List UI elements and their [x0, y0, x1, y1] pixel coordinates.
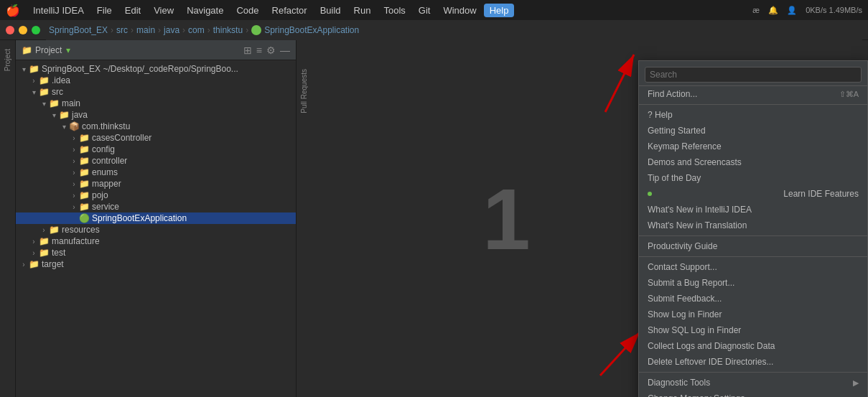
menu-intellij[interactable]: IntelliJ IDEA — [27, 4, 90, 17]
menu-file[interactable]: File — [91, 4, 118, 17]
menu-item-delete-leftover[interactable]: Delete Leftover IDE Directories... — [639, 354, 867, 370]
menu-view[interactable]: View — [148, 4, 179, 17]
diagnostic-tools-arrow: ▶ — [853, 378, 859, 388]
folder-icon: 📁 — [22, 45, 32, 55]
tree-enums-label: enums — [92, 167, 118, 177]
tree-target[interactable]: › 📁 target — [16, 258, 296, 270]
close-button[interactable] — [6, 26, 14, 34]
tree-idea[interactable]: › 📁 .idea — [16, 75, 296, 86]
project-side-strip: Project — [0, 40, 16, 397]
tree-service[interactable]: › 📁 service — [16, 201, 296, 212]
src-arrow: ▾ — [29, 88, 39, 96]
tree-test[interactable]: › 📁 test — [16, 247, 296, 258]
tree-manufacture-label: manufacture — [52, 236, 100, 246]
pull-requests-label[interactable]: Pull Requests — [300, 69, 308, 113]
menu-item-keymap[interactable]: Keymap Reference — [639, 139, 867, 154]
menu-item-find-action[interactable]: Find Action... ⇧⌘A — [639, 86, 867, 102]
menu-item-demos[interactable]: Demos and Screencasts — [639, 154, 867, 170]
tree-test-label: test — [52, 248, 65, 258]
tree-cases-label: casesController — [92, 133, 151, 143]
tree-thinkstu-label: com.thinkstu — [82, 121, 130, 131]
tree-com-thinkstu[interactable]: ▾ 📦 com.thinkstu — [16, 121, 296, 132]
tree-enums[interactable]: › 📁 enums — [16, 167, 296, 178]
close-panel-icon[interactable]: — — [280, 45, 290, 56]
controller-arrow: › — [69, 157, 79, 165]
service-arrow: › — [69, 203, 79, 211]
breadcrumb-springboot-ex[interactable]: SpringBoot_EX — [49, 25, 108, 35]
tree-java[interactable]: ▾ 📁 java — [16, 109, 296, 121]
scope-icon[interactable]: ⊞ — [243, 45, 252, 56]
menu-refactor[interactable]: Refactor — [266, 4, 313, 17]
menu-navigate[interactable]: Navigate — [181, 4, 229, 17]
breadcrumb-java[interactable]: java — [164, 25, 179, 35]
menu-item-learn-ide[interactable]: Learn IDE Features — [639, 186, 867, 202]
tree-main-label: main — [62, 98, 80, 108]
apple-menu[interactable]: 🍎 — [6, 4, 20, 17]
tree-service-label: service — [92, 202, 119, 212]
tree-mapper[interactable]: › 📁 mapper — [16, 178, 296, 190]
menu-item-submit-bug[interactable]: Submit a Bug Report... — [639, 275, 867, 291]
editor-area: 1 Fin — [312, 40, 868, 397]
tree-root[interactable]: ▾ 📁 SpringBoot_EX ~/Desktop/_codeRepo/Sp… — [16, 63, 296, 75]
tree-pojo-label: pojo — [92, 190, 108, 200]
tree-resources[interactable]: › 📁 resources — [16, 224, 296, 235]
root-arrow: ▾ — [19, 65, 29, 73]
menu-item-show-log[interactable]: Show Log in Finder — [639, 307, 867, 322]
menu-item-whats-new-intellij[interactable]: What's New in IntelliJ IDEA — [639, 202, 867, 218]
red-arrow-top — [562, 47, 648, 119]
main-content: Project 📁 Project ▾ ⊞ ≡ ⚙ — ▾ 📁 SpringBo… — [0, 40, 868, 397]
menu-edit[interactable]: Edit — [119, 4, 146, 17]
menu-git[interactable]: Git — [413, 4, 437, 17]
tree-controller[interactable]: › 📁 controller — [16, 155, 296, 167]
menu-item-show-sql-log[interactable]: Show SQL Log in Finder — [639, 322, 867, 338]
test-folder-icon: 📁 — [39, 248, 50, 258]
app-file-icon: 🟢 — [79, 213, 90, 223]
tree-pojo[interactable]: › 📁 pojo — [16, 190, 296, 201]
gear-icon[interactable]: ⚙ — [266, 45, 276, 56]
tree-src[interactable]: ▾ 📁 src — [16, 86, 296, 98]
menu-item-submit-feedback[interactable]: Submit Feedback... — [639, 291, 867, 307]
pojo-arrow: › — [69, 192, 79, 200]
minimize-button[interactable] — [19, 26, 27, 34]
breadcrumb-main[interactable]: main — [136, 25, 155, 35]
menu-item-diagnostic-tools[interactable]: Diagnostic Tools ▶ — [639, 375, 867, 391]
mapper-folder-icon: 📁 — [79, 179, 90, 189]
menu-item-collect-logs[interactable]: Collect Logs and Diagnostic Data — [639, 338, 867, 354]
menu-item-getting-started[interactable]: Getting Started — [639, 123, 867, 139]
breadcrumb-thinkstu[interactable]: thinkstu — [213, 25, 243, 35]
tree-java-label: java — [72, 110, 88, 120]
menu-build[interactable]: Build — [314, 4, 347, 17]
tree-config[interactable]: › 📁 config — [16, 144, 296, 155]
menu-item-tip[interactable]: Tip of the Day — [639, 170, 867, 186]
menu-item-help[interactable]: ? Help — [639, 107, 867, 123]
menu-tools[interactable]: Tools — [378, 4, 411, 17]
tree-main[interactable]: ▾ 📁 main — [16, 98, 296, 109]
breadcrumb-src[interactable]: src — [116, 25, 128, 35]
menu-window[interactable]: Window — [437, 4, 482, 17]
project-dropdown-icon[interactable]: ▾ — [66, 45, 70, 55]
enums-folder-icon: 📁 — [79, 167, 90, 177]
tree-idea-label: .idea — [52, 75, 70, 85]
menu-item-contact-support[interactable]: Contact Support... — [639, 259, 867, 275]
project-tab-label[interactable]: Project — [2, 43, 13, 77]
help-dropdown: Find Action... ⇧⌘A ? Help Getting Starte… — [638, 60, 868, 397]
maximize-button[interactable] — [32, 26, 40, 34]
menu-item-whats-new-translation[interactable]: What's New in Translation — [639, 218, 867, 233]
breadcrumb-file[interactable]: SpringBootExApplication — [251, 25, 359, 35]
tree-manufacture[interactable]: › 📁 manufacture — [16, 235, 296, 247]
menu-item-productivity-guide[interactable]: Productivity Guide — [639, 238, 867, 254]
tree-cases-controller[interactable]: › 📁 casesController — [16, 132, 296, 144]
collapse-icon[interactable]: ≡ — [256, 45, 262, 56]
java-arrow: ▾ — [49, 111, 59, 119]
menu-search-input[interactable] — [645, 67, 862, 83]
separator-4 — [639, 372, 867, 373]
tree-target-label: target — [42, 259, 64, 269]
menu-code[interactable]: Code — [230, 4, 264, 17]
tree-spring-boot-app[interactable]: 🟢 SpringBootExApplication — [16, 212, 296, 224]
menu-help[interactable]: Help — [484, 4, 515, 17]
config-arrow: › — [69, 146, 79, 154]
menu-item-change-memory[interactable]: Change Memory Settings — [639, 391, 867, 397]
menu-run[interactable]: Run — [348, 4, 377, 17]
breadcrumb-com[interactable]: com — [188, 25, 205, 35]
pojo-folder-icon: 📁 — [79, 190, 90, 200]
